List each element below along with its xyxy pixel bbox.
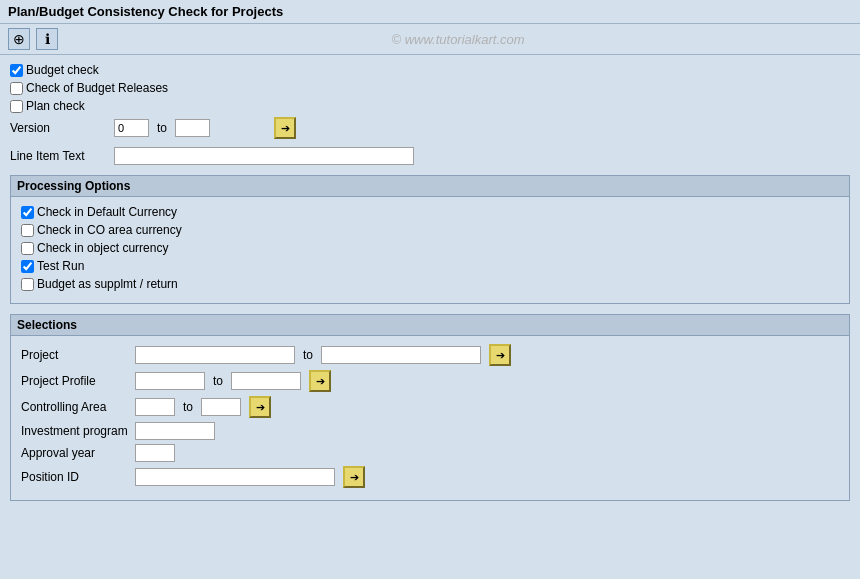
check-default-currency-checkbox[interactable] xyxy=(21,206,34,219)
position-id-label: Position ID xyxy=(21,470,131,484)
approval-year-label: Approval year xyxy=(21,446,131,460)
test-run-checkbox[interactable] xyxy=(21,260,34,273)
budget-as-supplmt-checkbox[interactable] xyxy=(21,278,34,291)
controlling-area-from-input[interactable] xyxy=(135,398,175,416)
watermark: © www.tutorialkart.com xyxy=(64,32,852,47)
toolbar: ⊕ ℹ © www.tutorialkart.com xyxy=(0,24,860,55)
check-budget-releases-text: Check of Budget Releases xyxy=(26,81,168,95)
project-profile-to-input[interactable] xyxy=(231,372,301,390)
check-budget-releases-label[interactable]: Check of Budget Releases xyxy=(10,81,168,95)
investment-program-input[interactable] xyxy=(135,422,215,440)
budget-check-checkbox[interactable] xyxy=(10,64,23,77)
project-profile-to-label: to xyxy=(213,374,223,388)
check-object-currency-label[interactable]: Check in object currency xyxy=(21,241,168,255)
line-item-text-input[interactable] xyxy=(114,147,414,165)
check-default-currency-text: Check in Default Currency xyxy=(37,205,177,219)
version-to-input[interactable] xyxy=(175,119,210,137)
title-bar: Plan/Budget Consistency Check for Projec… xyxy=(0,0,860,24)
test-run-text: Test Run xyxy=(37,259,84,273)
project-profile-from-input[interactable] xyxy=(135,372,205,390)
plan-check-checkbox[interactable] xyxy=(10,100,23,113)
project-arrow-btn[interactable]: ➔ xyxy=(489,344,511,366)
project-from-input[interactable] xyxy=(135,346,295,364)
budget-check-text: Budget check xyxy=(26,63,99,77)
check-co-area-currency-label[interactable]: Check in CO area currency xyxy=(21,223,182,237)
project-profile-arrow-btn[interactable]: ➔ xyxy=(309,370,331,392)
check-object-currency-text: Check in object currency xyxy=(37,241,168,255)
controlling-area-to-label: to xyxy=(183,400,193,414)
selections-section: Selections Project to ➔ Project Profile … xyxy=(10,314,850,501)
test-run-label[interactable]: Test Run xyxy=(21,259,84,273)
check-co-area-currency-checkbox[interactable] xyxy=(21,224,34,237)
check-budget-releases-checkbox[interactable] xyxy=(10,82,23,95)
project-profile-label: Project Profile xyxy=(21,374,131,388)
version-to-label: to xyxy=(157,121,167,135)
budget-check-label[interactable]: Budget check xyxy=(10,63,99,77)
project-to-input[interactable] xyxy=(321,346,481,364)
selections-title: Selections xyxy=(11,315,849,336)
project-to-label: to xyxy=(303,348,313,362)
processing-options-title: Processing Options xyxy=(11,176,849,197)
plan-check-label[interactable]: Plan check xyxy=(10,99,85,113)
project-label: Project xyxy=(21,348,131,362)
check-object-currency-checkbox[interactable] xyxy=(21,242,34,255)
controlling-area-arrow-btn[interactable]: ➔ xyxy=(249,396,271,418)
project-profile-row: Project Profile to ➔ xyxy=(21,370,839,392)
back-icon[interactable]: ⊕ xyxy=(8,28,30,50)
check-co-area-currency-text: Check in CO area currency xyxy=(37,223,182,237)
processing-options-section: Processing Options Check in Default Curr… xyxy=(10,175,850,304)
approval-year-input[interactable] xyxy=(135,444,175,462)
plan-check-text: Plan check xyxy=(26,99,85,113)
version-from-input[interactable] xyxy=(114,119,149,137)
page-title: Plan/Budget Consistency Check for Projec… xyxy=(8,4,283,19)
approval-year-row: Approval year xyxy=(21,444,839,462)
controlling-area-label: Controlling Area xyxy=(21,400,131,414)
budget-as-supplmt-label[interactable]: Budget as supplmt / return xyxy=(21,277,178,291)
investment-program-label: Investment program xyxy=(21,424,131,438)
controlling-area-row: Controlling Area to ➔ xyxy=(21,396,839,418)
line-item-text-label: Line Item Text xyxy=(10,149,110,163)
check-default-currency-label[interactable]: Check in Default Currency xyxy=(21,205,177,219)
info-icon[interactable]: ℹ xyxy=(36,28,58,50)
controlling-area-to-input[interactable] xyxy=(201,398,241,416)
position-id-input[interactable] xyxy=(135,468,335,486)
project-row: Project to ➔ xyxy=(21,344,839,366)
position-id-row: Position ID ➔ xyxy=(21,466,839,488)
version-label: Version xyxy=(10,121,110,135)
version-arrow-btn[interactable]: ➔ xyxy=(274,117,296,139)
investment-program-row: Investment program xyxy=(21,422,839,440)
budget-as-supplmt-text: Budget as supplmt / return xyxy=(37,277,178,291)
position-id-arrow-btn[interactable]: ➔ xyxy=(343,466,365,488)
